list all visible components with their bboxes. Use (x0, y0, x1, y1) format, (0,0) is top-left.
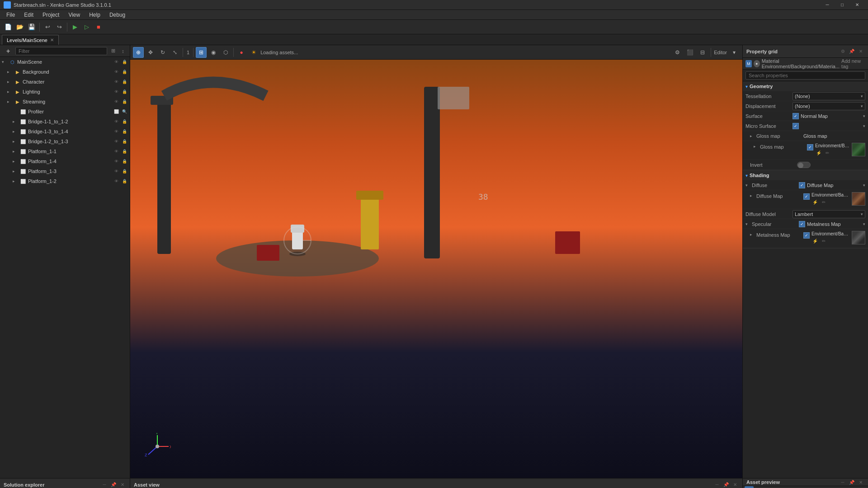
prop-close-button[interactable]: ✕ (857, 48, 864, 55)
scene-tree-item-platform-1-4[interactable]: ▸ ⬜ Platform_1-4 👁 🔒 (0, 156, 130, 166)
viewport[interactable]: 38 X Y Z (130, 60, 742, 478)
preview-close[interactable]: ✕ (857, 479, 864, 486)
visibility-toggle[interactable]: 👁 (113, 158, 120, 165)
gloss-tex-checkbox[interactable] (807, 144, 813, 150)
lock-toggle[interactable]: 🔒 (121, 148, 128, 155)
menu-item-debug[interactable]: Debug (105, 10, 130, 20)
perspective-button[interactable]: ⊞ (196, 47, 207, 58)
diffuse-dropdown[interactable]: ▾ (863, 183, 865, 188)
visibility-toggle[interactable]: 👁 (113, 58, 120, 66)
solid-button[interactable]: ◉ (208, 47, 219, 58)
preview-teapot-button[interactable]: 🫖 (784, 486, 793, 488)
prop-value-displacement[interactable]: (None) ▾ (793, 102, 865, 110)
preview-plane-button[interactable]: ⬜ (755, 486, 764, 488)
asset-close[interactable]: ✕ (731, 481, 739, 488)
preview-env-button[interactable]: 🌐 (794, 486, 803, 488)
undo-button[interactable]: ↩ (42, 22, 53, 33)
gloss-tex-edit[interactable]: ✏ (824, 149, 831, 156)
gloss-texture-preview[interactable] (852, 143, 865, 156)
tab-main-scene[interactable]: Levels/MainScene ✕ (2, 35, 59, 45)
preview-sphere-button[interactable]: ● (745, 486, 754, 488)
prop-pin-button[interactable]: 📌 (848, 48, 855, 55)
scene-tree-item-profiler[interactable]: ▸ ⬜ Profiler ⬜ 🔍 (0, 107, 130, 117)
lock-toggle[interactable]: 🔒 (121, 158, 128, 165)
viewport-split[interactable]: ⊟ (697, 47, 708, 58)
diffuse-map-edit[interactable]: ✏ (820, 198, 827, 206)
scene-tree-item-character[interactable]: ▸ ▶ Character 👁 🔒 (0, 77, 130, 87)
select-tool-button[interactable]: ⊕ (133, 47, 144, 58)
diffuse-texture-preview[interactable] (852, 192, 865, 206)
lock-toggle[interactable]: 🔒 (121, 78, 128, 85)
lock-toggle[interactable]: 🔒 (121, 58, 128, 66)
shading-section-header[interactable]: ▾ Shading (743, 170, 868, 180)
lock-toggle[interactable]: 🔒 (121, 178, 128, 185)
preview-minimize[interactable]: ─ (839, 479, 846, 486)
scene-tree-item-streaming[interactable]: ▸ ▶ Streaming 👁 🔒 (0, 97, 130, 107)
visibility-toggle[interactable]: 👁 (113, 138, 120, 145)
preview-cylinder-button[interactable]: ⬛ (764, 486, 774, 488)
visibility-toggle[interactable]: 👁 (113, 128, 120, 135)
scene-filter-input[interactable] (15, 47, 107, 55)
scene-tree-item-bridge-1-2[interactable]: ▸ ⬜ Bridge-1-2_to_1-3 👁 🔒 (0, 136, 130, 146)
metalness-checkbox[interactable] (803, 232, 810, 239)
duplicate-toggle[interactable]: ⬜ (113, 108, 120, 115)
rotate-tool-button[interactable]: ↻ (157, 47, 168, 58)
scene-tree-item-mainscene[interactable]: ▾ ⬡ MainScene 👁 🔒 (0, 57, 130, 67)
scale-tool-button[interactable]: ⤡ (170, 47, 180, 58)
minimize-button[interactable]: ─ (820, 0, 835, 10)
scene-tree-item-platform-1-3[interactable]: ▸ ⬜ Platform_1-3 👁 🔒 (0, 166, 130, 176)
tab-close-icon[interactable]: ✕ (50, 38, 54, 42)
filter-icon[interactable]: ⊞ (109, 47, 117, 55)
diffuse-checkbox[interactable] (799, 182, 805, 188)
visibility-toggle[interactable]: 👁 (113, 148, 120, 155)
save-button[interactable]: 💾 (26, 22, 37, 33)
microsurface-dropdown[interactable]: ▾ (863, 124, 865, 128)
lock-toggle[interactable]: 🔒 (121, 98, 128, 105)
sort-icon[interactable]: ↕ (119, 47, 127, 55)
add-scene-item-button[interactable]: + (3, 46, 14, 56)
invert-toggle[interactable] (797, 162, 811, 168)
viewport-layout[interactable]: ⬛ (684, 47, 695, 58)
diffuse-map-checkbox[interactable] (803, 193, 810, 200)
wireframe-button[interactable]: ⬡ (220, 47, 231, 58)
microsurface-checkbox[interactable] (793, 123, 799, 129)
diffuse-map-link[interactable]: ⚡ (811, 198, 819, 206)
lighting-button[interactable]: ☀ (248, 47, 259, 58)
open-button[interactable]: 📂 (14, 22, 25, 33)
visibility-toggle[interactable]: 👁 (113, 88, 120, 95)
asset-minimize[interactable]: ─ (713, 481, 721, 488)
lock-toggle[interactable]: 🔒 (121, 138, 128, 145)
surface-dropdown[interactable]: ▾ (863, 114, 865, 118)
play-local-button[interactable]: ▶ (70, 22, 80, 33)
close-button[interactable]: ✕ (850, 0, 864, 10)
menu-item-view[interactable]: View (64, 10, 85, 20)
scene-tree-item-background[interactable]: ▸ ▶ Background 👁 🔒 (0, 67, 130, 77)
viewport-settings[interactable]: ⚙ (672, 47, 683, 58)
visibility-toggle[interactable]: 👁 (113, 178, 120, 185)
preview-pin[interactable]: 📌 (848, 479, 855, 486)
preview-cube-button[interactable]: ◼ (774, 486, 783, 488)
prop-value-tessellation[interactable]: (None) ▾ (793, 92, 865, 100)
lock-toggle[interactable]: 🔒 (121, 128, 128, 135)
menu-item-edit[interactable]: Edit (19, 10, 38, 20)
geometry-section-header[interactable]: ▾ Geometry (743, 81, 868, 91)
metalness-texture-preview[interactable] (852, 231, 865, 244)
scene-tree-item-lighting[interactable]: ▸ ▶ Lighting 👁 🔒 (0, 87, 130, 97)
scene-tree-item-platform-1-1[interactable]: ▸ ⬜ Platform_1-1 👁 🔒 (0, 146, 130, 156)
redo-button[interactable]: ↪ (54, 22, 65, 33)
metalness-link[interactable]: ⚡ (811, 237, 819, 244)
lock-toggle[interactable]: 🔒 (121, 118, 128, 125)
prop-value-diffuse-model[interactable]: Lambert ▾ (793, 210, 865, 218)
scene-tree-item-bridge-1-1[interactable]: ▸ ⬜ Bridge-1-1_to_1-2 👁 🔒 (0, 117, 130, 127)
search-toggle[interactable]: 🔍 (121, 108, 128, 115)
visibility-toggle[interactable]: 👁 (113, 168, 120, 175)
stop-button[interactable]: ■ (93, 22, 104, 33)
menu-item-help[interactable]: Help (85, 10, 105, 20)
prop-options-button[interactable]: ⚙ (839, 48, 846, 55)
play-button[interactable]: ▷ (81, 22, 92, 33)
sol-close[interactable]: ✕ (119, 481, 126, 488)
visibility-toggle[interactable]: 👁 (113, 118, 120, 125)
metalness-edit[interactable]: ✏ (820, 237, 827, 244)
property-search-input[interactable] (745, 71, 865, 80)
menu-item-project[interactable]: Project (38, 10, 64, 20)
